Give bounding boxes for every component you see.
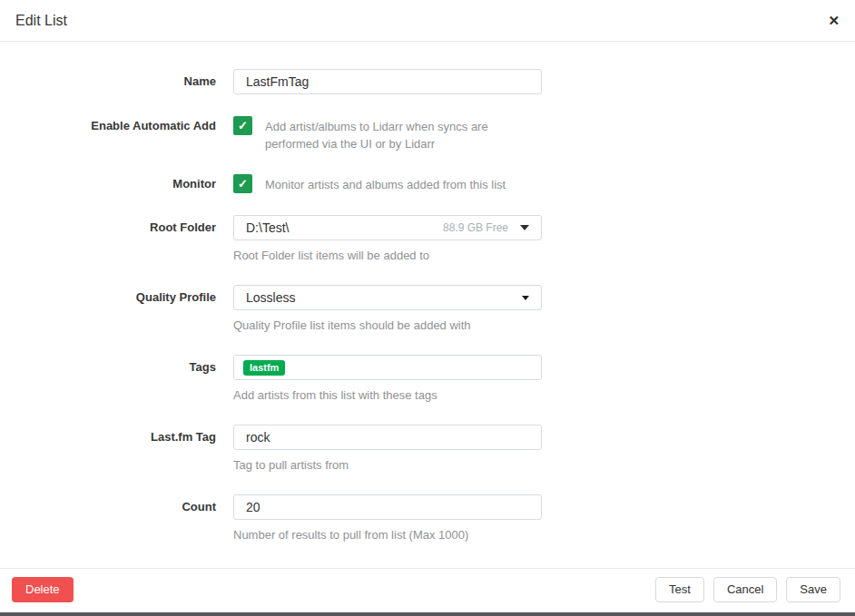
count-input[interactable]	[233, 494, 542, 520]
quality-profile-help: Quality Profile list items should be add…	[233, 318, 542, 333]
edit-list-modal: Edit List ✕ Name Enable Automatic Add ✓ …	[0, 0, 855, 612]
lastfm-tag-help: Tag to pull artists from	[233, 457, 542, 473]
name-input[interactable]	[233, 69, 542, 94]
select-arrow-icon	[522, 296, 529, 300]
close-icon[interactable]: ✕	[828, 14, 840, 27]
tags-label: Tags	[0, 355, 233, 403]
form-group-count: Count Number of results to pull from lis…	[0, 494, 855, 543]
root-folder-help: Root Folder list items will be added to	[233, 248, 542, 263]
tags-input[interactable]: lastfm	[233, 355, 542, 380]
monitor-caption: Monitor artists and albums added from th…	[265, 174, 506, 193]
lastfm-tag-label: Last.fm Tag	[0, 425, 233, 473]
tag-pill: lastfm	[243, 360, 285, 376]
cancel-button[interactable]: Cancel	[713, 577, 777, 602]
form-group-monitor: Monitor ✓ Monitor artists and albums add…	[0, 174, 855, 193]
count-label: Count	[0, 494, 233, 543]
count-help: Number of results to pull from list (Max…	[233, 527, 542, 543]
caret-down-icon	[520, 225, 529, 230]
monitor-checkbox[interactable]: ✓	[233, 174, 252, 193]
enable-automatic-add-label: Enable Automatic Add	[0, 116, 233, 152]
delete-button[interactable]: Delete	[12, 577, 74, 602]
save-button[interactable]: Save	[786, 577, 840, 602]
form-group-root-folder: Root Folder D:\Test\ 88.9 GB Free Root F…	[0, 215, 855, 263]
quality-profile-value: Lossless	[246, 290, 295, 305]
name-label: Name	[0, 69, 233, 94]
root-folder-label: Root Folder	[0, 215, 233, 263]
lastfm-tag-input[interactable]	[233, 425, 542, 450]
root-folder-value: D:\Test\	[246, 220, 289, 235]
quality-profile-label: Quality Profile	[0, 285, 233, 333]
enable-automatic-add-caption: Add artist/albums to Lidarr when syncs a…	[265, 116, 542, 152]
form-group-tags: Tags lastfm Add artists from this list w…	[0, 355, 855, 403]
form-group-quality-profile: Quality Profile Lossless Quality Profile…	[0, 285, 855, 333]
check-icon: ✓	[238, 177, 248, 191]
form-group-name: Name	[0, 69, 855, 94]
enable-automatic-add-checkbox[interactable]: ✓	[233, 116, 252, 135]
form-group-enable-automatic-add: Enable Automatic Add ✓ Add artist/albums…	[0, 116, 855, 152]
form-group-lastfm-tag: Last.fm Tag Tag to pull artists from	[0, 425, 855, 473]
root-folder-free-space: 88.9 GB Free	[443, 221, 508, 234]
modal-footer: Delete Test Cancel Save	[0, 568, 855, 612]
modal-body: Name Enable Automatic Add ✓ Add artist/a…	[0, 42, 855, 568]
check-icon: ✓	[238, 119, 248, 132]
root-folder-select[interactable]: D:\Test\ 88.9 GB Free	[233, 215, 542, 240]
monitor-label: Monitor	[0, 174, 233, 193]
quality-profile-select[interactable]: Lossless	[233, 285, 542, 310]
tags-help: Add artists from this list with these ta…	[233, 387, 542, 403]
page-background-edge	[0, 612, 855, 616]
page-title: Edit List	[15, 13, 67, 29]
test-button[interactable]: Test	[655, 577, 704, 602]
modal-header: Edit List ✕	[0, 0, 855, 42]
